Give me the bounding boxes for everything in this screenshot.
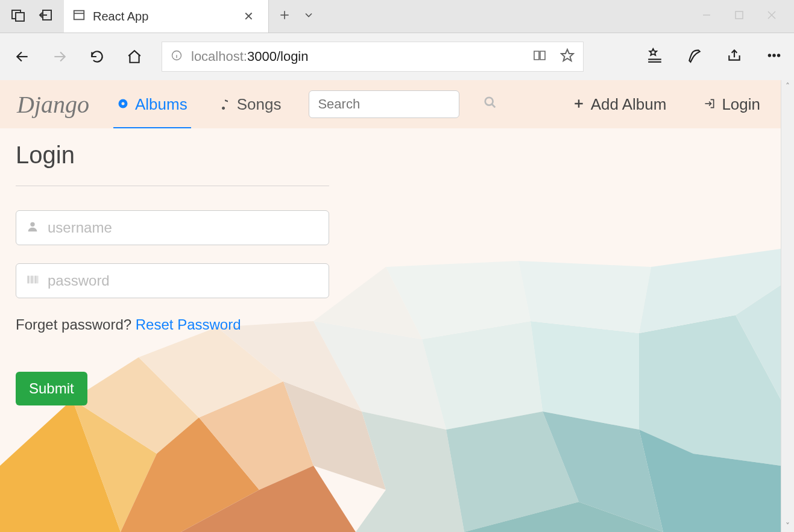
brand-logo[interactable]: Django [17,90,89,119]
svg-rect-8 [736,11,743,19]
svg-line-27 [492,104,496,108]
svg-point-23 [777,54,780,57]
page-icon [72,8,86,24]
forgot-row: Forget password? Reset Password [16,316,765,333]
nav-add-album-label: Add Album [591,95,667,114]
svg-marker-16 [561,49,573,61]
nav-albums-label: Albums [135,95,187,114]
svg-rect-56 [30,276,30,284]
svg-point-25 [122,102,125,105]
svg-point-26 [485,98,493,105]
browser-tab-bar: React App ✕ [0,0,794,33]
new-tab-icon[interactable] [279,9,291,23]
nav-login[interactable]: Login [700,80,764,128]
nav-songs-label: Songs [237,95,282,114]
svg-rect-55 [28,276,29,284]
music-note-icon [219,95,231,114]
username-input[interactable] [48,219,319,236]
browser-address-bar: localhost:3000/login [0,33,794,80]
nav-add-album[interactable]: Add Album [569,80,670,128]
window-controls [684,0,794,33]
nav-search[interactable] [309,90,459,118]
nav-home-icon[interactable] [124,46,145,67]
svg-rect-3 [74,11,84,20]
window-minimize-icon[interactable] [702,11,711,22]
page-title: Login [16,142,765,169]
reading-view-icon[interactable] [532,48,547,65]
nav-login-label: Login [722,95,760,114]
address-field[interactable]: localhost:3000/login [162,42,584,72]
nav-forward-icon[interactable] [49,46,70,67]
svg-marker-17 [649,49,657,55]
vertical-scrollbar[interactable]: ˄ ˅ [781,80,794,532]
nav-search-input[interactable] [318,96,484,112]
nav-back-icon[interactable] [12,46,33,67]
svg-rect-57 [31,276,33,284]
nav-albums[interactable]: Albums [113,81,191,130]
disc-icon [117,95,129,114]
tab-actions [269,0,324,33]
svg-rect-60 [37,276,38,284]
plus-icon [573,95,585,114]
tab-title: React App [93,10,148,23]
search-icon[interactable] [484,96,497,113]
svg-point-54 [30,222,34,227]
nav-songs[interactable]: Songs [215,80,285,128]
window-close-icon[interactable] [767,11,776,22]
barcode-icon [26,273,39,289]
username-field[interactable] [16,210,329,245]
password-field[interactable] [16,263,329,298]
tab-system-buttons [0,0,64,33]
browser-toolbar-right [647,48,782,66]
reset-password-link[interactable]: Reset Password [136,316,241,333]
browser-tab[interactable]: React App ✕ [64,0,269,33]
nav-refresh-icon[interactable] [87,46,107,67]
user-icon [26,220,39,236]
window-maximize-icon[interactable] [735,11,743,22]
share-icon[interactable] [726,48,742,66]
site-info-icon[interactable] [171,49,183,64]
tab-close-icon[interactable]: ✕ [239,7,259,26]
favorites-list-icon[interactable] [647,48,663,66]
login-icon [704,95,716,114]
scroll-up-icon[interactable]: ˄ [781,81,794,91]
url-host: localhost: [191,49,247,64]
set-tabs-aside-icon[interactable] [39,8,53,25]
url-path: 3000/login [247,49,309,64]
app-navbar: Django Albums Songs [0,80,781,128]
forgot-text: Forget password? [16,316,136,333]
svg-point-22 [773,54,775,57]
password-input[interactable] [48,272,319,289]
svg-rect-59 [36,276,37,284]
page-body: Login Forget password? Reset Password [0,128,781,532]
notes-icon[interactable] [687,48,702,66]
tab-dropdown-icon[interactable] [303,9,315,23]
svg-rect-1 [16,13,24,21]
svg-point-21 [768,54,770,57]
svg-rect-58 [34,276,34,284]
url-text: localhost:3000/login [191,49,309,64]
favorite-star-icon[interactable] [560,48,575,65]
scroll-down-icon[interactable]: ˅ [781,521,794,531]
separator [16,186,329,186]
tabs-aside-icon[interactable] [11,8,25,25]
submit-button[interactable]: Submit [16,372,87,405]
more-icon[interactable] [766,48,782,66]
